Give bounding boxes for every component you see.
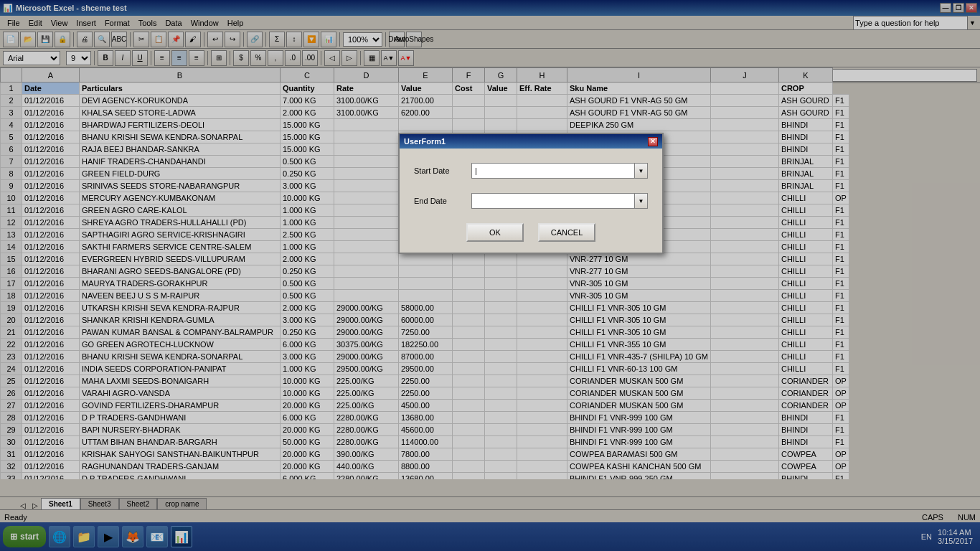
start-date-input-wrap: ▼ <box>471 163 648 179</box>
end-date-input[interactable] <box>471 193 635 209</box>
end-date-input-wrap: ▼ <box>471 193 648 209</box>
modal-title: UserForm1 <box>404 137 446 146</box>
start-date-input[interactable] <box>471 163 635 179</box>
start-date-field: Start Date ▼ <box>414 163 648 179</box>
end-date-field: End Date ▼ <box>414 193 648 209</box>
cancel-button[interactable]: CANCEL <box>538 223 595 242</box>
end-date-label: End Date <box>414 197 471 205</box>
end-date-dropdown-button[interactable]: ▼ <box>635 193 648 209</box>
userform-modal: UserForm1 ✕ Start Date ▼ End Date ▼ OK <box>398 133 664 254</box>
modal-title-bar: UserForm1 ✕ <box>400 134 662 149</box>
ok-button[interactable]: OK <box>466 223 524 242</box>
start-date-dropdown-button[interactable]: ▼ <box>635 163 648 179</box>
modal-buttons: OK CANCEL <box>414 223 648 242</box>
modal-body: Start Date ▼ End Date ▼ OK CANCEL <box>400 149 662 253</box>
modal-close-button[interactable]: ✕ <box>648 137 658 146</box>
modal-overlay: UserForm1 ✕ Start Date ▼ End Date ▼ OK <box>0 0 980 551</box>
start-date-label: Start Date <box>414 166 471 175</box>
